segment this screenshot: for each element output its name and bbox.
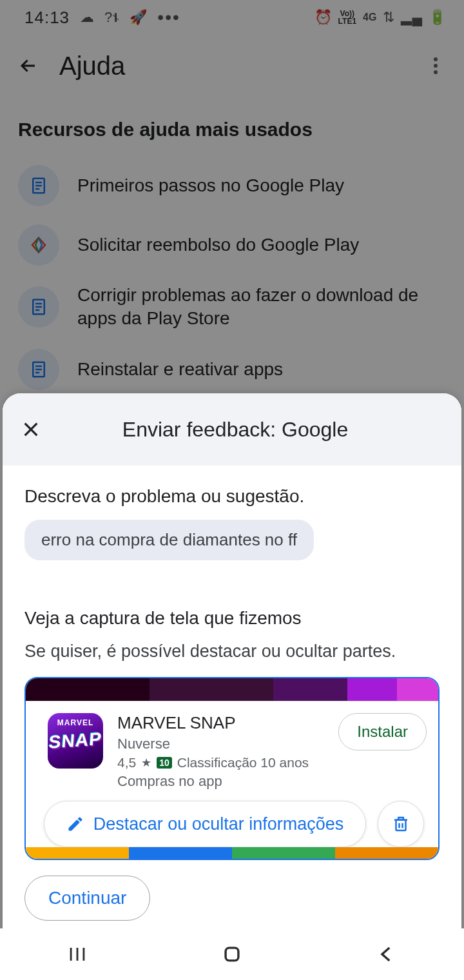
svg-rect-4 xyxy=(226,948,238,961)
recents-button[interactable] xyxy=(66,943,88,965)
close-button[interactable] xyxy=(18,416,44,442)
sheet-title: Enviar feedback: Google xyxy=(50,418,446,442)
screenshot-bottom-row xyxy=(26,847,438,859)
app-rating-row: 4,5★ 10 Classificação 10 anos xyxy=(117,755,324,770)
continue-button[interactable]: Continuar xyxy=(24,876,150,921)
age-badge: 10 xyxy=(157,757,172,769)
edit-icon xyxy=(66,815,84,833)
app-icon: MARVEL SNAP xyxy=(48,713,103,769)
app-name: MARVEL SNAP xyxy=(117,713,324,733)
delete-screenshot-button[interactable] xyxy=(378,801,424,847)
screenshot-subtext: Se quiser, é possível destacar ou oculta… xyxy=(3,635,461,677)
trash-icon xyxy=(391,814,411,834)
screenshot-banner xyxy=(26,678,438,701)
install-button: Instalar xyxy=(338,713,427,750)
problem-input-chip[interactable]: erro na compra de diamantes no ff xyxy=(24,520,314,560)
screenshot-heading: Veja a captura de tela que fizemos xyxy=(3,560,461,635)
back-nav-button[interactable] xyxy=(376,943,398,965)
screenshot-preview[interactable]: MARVEL SNAP MARVEL SNAP Nuverse 4,5★ 10 … xyxy=(24,677,440,860)
svg-rect-3 xyxy=(396,820,406,830)
describe-label: Descreva o problema ou sugestão. xyxy=(3,466,461,520)
highlight-hide-label: Destacar ou ocultar informações xyxy=(93,814,344,834)
app-iap: Compras no app xyxy=(117,773,324,790)
highlight-hide-button[interactable]: Destacar ou ocultar informações xyxy=(44,801,366,847)
home-button[interactable] xyxy=(221,943,243,965)
system-nav-bar xyxy=(0,928,464,980)
app-developer: Nuverse xyxy=(117,736,324,752)
star-icon: ★ xyxy=(141,756,151,770)
feedback-bottom-sheet: Enviar feedback: Google Descreva o probl… xyxy=(3,393,461,980)
